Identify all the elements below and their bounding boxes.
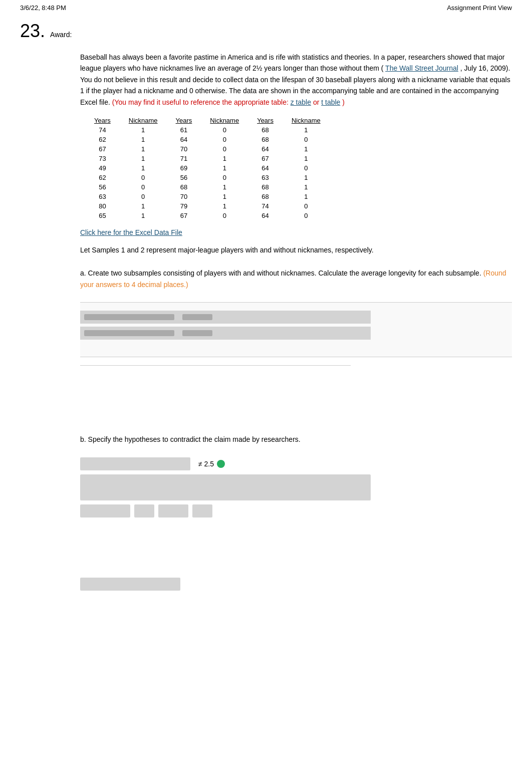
table-cell: 70 [167,144,201,154]
z-table-link[interactable]: z table [291,98,311,106]
table-cell: 79 [167,201,201,211]
t-table-link[interactable]: t table [321,98,340,106]
table-cell: 64 [167,135,201,144]
table-cell: 1 [283,144,330,154]
timestamp: 3/6/22, 8:48 PM [20,4,66,12]
h0-blurred [80,457,190,470]
useful-text: (You may find it useful to reference the… [112,98,289,106]
question-body: Baseball has always been a favorite past… [80,52,512,591]
table-row: 560681681 [85,182,330,192]
table-cell: 0 [201,211,248,220]
table-column-header: Years [167,116,201,125]
sample-text: Let Samples 1 and 2 represent major-leag… [80,246,374,254]
table-cell: 74 [85,125,120,135]
part-a-label: a. [80,269,86,277]
table-cell: 0 [120,182,167,192]
hypothesis-explanation-blurred [80,474,371,500]
blurred-sm-3 [158,504,188,517]
table-cell: 68 [248,125,283,135]
question-number: 23. [20,21,45,42]
excel-link[interactable]: Click here for the Excel Data File [80,228,512,236]
hypothesis-row-2 [80,504,512,517]
table-cell: 1 [120,154,167,163]
close-paren: ) [342,98,345,106]
table-column-header: Nickname [283,116,330,125]
table-cell: 1 [283,173,330,182]
table-cell: 68 [248,192,283,201]
award-label: Award: [50,31,72,39]
sample1-answer-box [80,311,371,324]
table-cell: 64 [248,163,283,173]
table-cell: 64 [248,144,283,154]
table-cell: 1 [201,201,248,211]
table-cell: 1 [201,154,248,163]
table-cell: 0 [283,201,330,211]
table-row: 620560631 [85,173,330,182]
bottom-blurred-answer [80,578,180,591]
table-cell: 67 [248,154,283,163]
table-cell: 1 [283,125,330,135]
table-cell: 70 [167,192,201,201]
part-a-text: Create two subsamples consisting of play… [88,269,481,277]
part-a: a. Create two subsamples consisting of p… [80,268,512,290]
table-column-header: Years [248,116,283,125]
question-container: 23. Award: Baseball has always been a fa… [0,16,532,611]
green-check-icon [217,460,225,468]
part-b-text: Specify the hypotheses to contradict the… [88,435,301,443]
blurred-sm-4 [192,504,212,517]
table-column-header: Nickname [201,116,248,125]
sample1-value-blurred [182,314,212,320]
divider [80,365,351,366]
not-equal-symbol: ≠ 2.5 [198,460,214,468]
table-column-header: Years [85,116,120,125]
or-text: or [313,98,321,106]
table-row: 731711671 [85,154,330,163]
table-cell: 71 [167,154,201,163]
question-header: 23. Award: [20,21,512,42]
table-cell: 0 [201,144,248,154]
table-cell: 67 [85,144,120,154]
table-cell: 64 [248,211,283,220]
table-cell: 0 [283,135,330,144]
table-row: 630701681 [85,192,330,201]
hypotheses-row-1: ≠ 2.5 [80,457,512,470]
table-cell: 56 [85,182,120,192]
part-a-answer-area [80,302,512,357]
table-cell: 63 [85,192,120,201]
table-cell: 62 [85,173,120,182]
table-cell: 68 [248,135,283,144]
part-b: b. Specify the hypotheses to contradict … [80,434,512,590]
blurred-sm-2 [134,504,154,517]
journal-name[interactable]: The Wall Street Journal [385,64,458,72]
table-row: 621640680 [85,135,330,144]
table-cell: 1 [120,201,167,211]
part-b-intro: b. Specify the hypotheses to contradict … [80,434,512,445]
part-b-label: b. [80,435,86,443]
sample2-answer-box [80,327,371,340]
table-cell: 74 [248,201,283,211]
table-cell: 1 [201,192,248,201]
table-cell: 0 [283,163,330,173]
table-cell: 1 [120,125,167,135]
table-cell: 56 [167,173,201,182]
table-cell: 0 [283,211,330,220]
table-cell: 68 [248,182,283,192]
table-cell: 80 [85,201,120,211]
table-row: 741610681 [85,125,330,135]
table-cell: 1 [120,135,167,144]
table-row: 801791740 [85,201,330,211]
table-cell: 62 [85,135,120,144]
table-row: 651670640 [85,211,330,220]
table-cell: 1 [283,182,330,192]
blurred-sm-1 [80,504,130,517]
table-cell: 61 [167,125,201,135]
table-cell: 65 [85,211,120,220]
table-cell: 1 [201,163,248,173]
table-cell: 49 [85,163,120,173]
table-cell: 0 [120,173,167,182]
page-title: Assignment Print View [447,4,512,12]
table-column-header: Nickname [120,116,167,125]
table-cell: 63 [248,173,283,182]
table-row: 491691640 [85,163,330,173]
table-cell: 1 [201,182,248,192]
